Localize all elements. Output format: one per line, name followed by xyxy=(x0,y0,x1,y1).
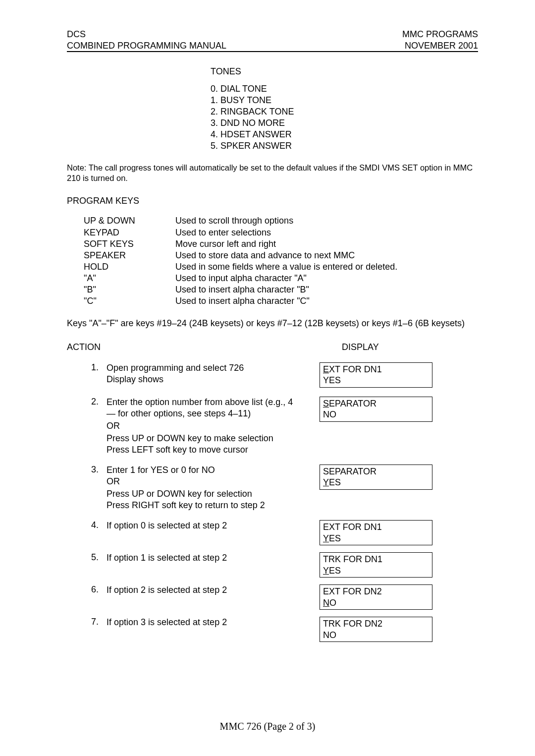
step-body: Enter the option number from above list … xyxy=(99,397,295,456)
page: DCS MMC PROGRAMS COMBINED PROGRAMMING MA… xyxy=(0,0,535,756)
step-body: If option 1 is selected at step 2 xyxy=(99,552,295,564)
action-label: ACTION xyxy=(67,342,277,352)
key-name: HOLD xyxy=(84,261,175,273)
display-line2: YES xyxy=(323,375,429,386)
display-rest: O xyxy=(329,598,336,608)
key-name: "C" xyxy=(84,295,175,307)
tones-item: 2. RINGBACK TONE xyxy=(211,106,478,117)
display-line2: NO xyxy=(323,630,429,641)
step-line: Enter 1 for YES or 0 for NO xyxy=(107,465,295,476)
underlined-char: S xyxy=(323,399,329,408)
step-line: Press LEFT soft key to move cursor xyxy=(107,444,295,456)
tones-section: TONES 0. DIAL TONE 1. BUSY TONE 2. RINGB… xyxy=(211,66,478,152)
display-box: EXT FOR DN1 YES xyxy=(320,520,432,545)
display-box: TRK FOR DN2 NO xyxy=(320,617,432,642)
display-column: EXT FOR DN1 YES xyxy=(320,520,443,545)
key-name: "B" xyxy=(84,284,175,295)
table-row: KEYPAD Used to enter selections xyxy=(84,227,478,238)
display-box: SEPARATOR YES xyxy=(320,465,432,490)
display-box: EXT FOR DN1 YES xyxy=(320,362,432,388)
display-line1: TRK FOR DN2 xyxy=(323,618,429,630)
display-line1: EXT FOR DN2 xyxy=(323,586,429,597)
table-row: SPEAKER Used to store data and advance t… xyxy=(84,250,478,261)
step-number: 6. xyxy=(84,584,99,595)
display-label: DISPLAY xyxy=(342,342,379,352)
step-row: 5. If option 1 is selected at step 2 TRK… xyxy=(67,552,478,578)
display-rest: ES xyxy=(329,566,341,576)
key-desc: Used to insert alpha character "B" xyxy=(175,284,309,295)
display-column: SEPARATOR YES xyxy=(320,465,443,490)
program-keys-table: UP & DOWN Used to scroll through options… xyxy=(84,215,478,306)
display-line2: YES xyxy=(323,565,429,577)
step-number: 5. xyxy=(84,552,99,563)
key-desc: Used to insert alpha character "C" xyxy=(175,295,310,307)
tones-item: 3. DND NO MORE xyxy=(211,117,478,129)
table-row: "A" Used to input alpha character "A" xyxy=(84,273,478,284)
step-line: If option 2 is selected at step 2 xyxy=(107,584,295,596)
display-rest: ES xyxy=(329,533,341,543)
step-number: 1. xyxy=(84,362,99,373)
tones-item: 4. HDSET ANSWER xyxy=(211,129,478,140)
display-line2: YES xyxy=(323,477,429,488)
underlined-char: Y xyxy=(323,477,329,487)
display-line2: YES xyxy=(323,533,429,544)
step-row: 7. If option 3 is selected at step 2 TRK… xyxy=(67,617,478,642)
display-column: EXT FOR DN1 YES xyxy=(320,362,443,388)
step-line: OR xyxy=(107,476,295,487)
underlined-char: E xyxy=(323,364,329,374)
key-desc: Used in some fields where a value is ent… xyxy=(175,261,397,273)
step-line: OR xyxy=(107,420,295,432)
keys-footnote: Keys "A"–"F" are keys #19–24 (24B keyset… xyxy=(67,318,478,329)
step-number: 3. xyxy=(84,465,99,475)
display-line2: NO xyxy=(323,597,429,609)
key-name: KEYPAD xyxy=(84,227,175,238)
step-row: 4. If option 0 is selected at step 2 EXT… xyxy=(67,520,478,545)
display-column: SEPARATOR NO xyxy=(320,397,443,422)
step-row: 3. Enter 1 for YES or 0 for NO OR Press … xyxy=(67,465,478,511)
underlined-char: Y xyxy=(323,566,329,576)
tones-item: 5. SPKER ANSWER xyxy=(211,140,478,152)
step-number: 7. xyxy=(84,617,99,627)
step-line: Press UP or DOWN key to make selection xyxy=(107,433,295,444)
step-number: 4. xyxy=(84,520,99,530)
underlined-char: N xyxy=(323,598,329,608)
step-line: If option 1 is selected at step 2 xyxy=(107,552,295,564)
key-desc: Used to input alpha character "A" xyxy=(175,273,307,284)
display-line1: EXT FOR DN1 xyxy=(323,364,429,375)
note-text: Note: The call progress tones will autom… xyxy=(67,163,478,183)
display-box: SEPARATOR NO xyxy=(320,397,432,422)
step-row: 6. If option 2 is selected at step 2 EXT… xyxy=(67,584,478,610)
tones-title: TONES xyxy=(211,66,478,77)
step-body: Open programming and select 726 Display … xyxy=(99,362,295,385)
step-row: 2. Enter the option number from above li… xyxy=(67,397,478,456)
table-row: SOFT KEYS Move cursor left and right xyxy=(84,238,478,250)
key-desc: Used to enter selections xyxy=(175,227,271,238)
table-row: UP & DOWN Used to scroll through options xyxy=(84,215,478,227)
steps-list: 1. Open programming and select 726 Displ… xyxy=(67,362,478,642)
display-box: TRK FOR DN1 YES xyxy=(320,552,432,578)
header-right-line2: NOVEMBER 2001 xyxy=(405,40,478,52)
key-name: "A" xyxy=(84,273,175,284)
display-rest: ES xyxy=(329,477,341,487)
display-column: TRK FOR DN2 NO xyxy=(320,617,443,642)
display-column: TRK FOR DN1 YES xyxy=(320,552,443,578)
header-left-line1: DCS xyxy=(67,29,86,40)
key-name: SPEAKER xyxy=(84,250,175,261)
step-body: If option 3 is selected at step 2 xyxy=(99,617,295,628)
underlined-char: Y xyxy=(323,533,329,543)
display-line2: NO xyxy=(323,409,429,420)
tones-item: 0. DIAL TONE xyxy=(211,83,478,95)
header-left-line2: COMBINED PROGRAMMING MANUAL xyxy=(67,40,226,52)
step-line: Display shows xyxy=(107,374,295,385)
step-body: Enter 1 for YES or 0 for NO OR Press UP … xyxy=(99,465,295,511)
display-line1: SEPARATOR xyxy=(323,466,429,477)
step-number: 2. xyxy=(84,397,99,407)
display-box: EXT FOR DN2 NO xyxy=(320,584,432,610)
key-desc: Used to store data and advance to next M… xyxy=(175,250,355,261)
key-desc: Move cursor left and right xyxy=(175,238,276,250)
display-rest: EPARATOR xyxy=(329,399,376,408)
display-line1: TRK FOR DN1 xyxy=(323,554,429,565)
step-line: If option 3 is selected at step 2 xyxy=(107,617,295,628)
display-line1: EXT FOR DN1 xyxy=(323,522,429,533)
step-body: If option 2 is selected at step 2 xyxy=(99,584,295,596)
